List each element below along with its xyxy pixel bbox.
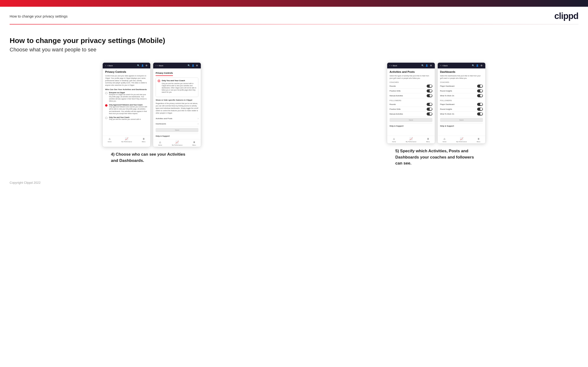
screen1-navbar: ⌂ Home 📈 My Performance ≡ Menu (103, 136, 150, 143)
screen4-topbar: ‹ < Back 🔍 👤 ⚙ (438, 63, 485, 68)
menu-dashboards[interactable]: Dashboards › (156, 121, 199, 126)
option-youcoach[interactable]: Only You and Your Coach Only you and the… (105, 117, 148, 120)
search-icon4[interactable]: 🔍 (472, 64, 475, 67)
nav-menu2[interactable]: ≡ Menu (192, 141, 196, 146)
screen4-coaches-label: COACHES (440, 81, 483, 83)
nav-menu4[interactable]: ≡ Menu (477, 137, 480, 142)
page-subtitle: Choose what you want people to see (10, 47, 578, 53)
help-label4[interactable]: Help & Support (440, 124, 483, 127)
toggle-rinsights-f-switch[interactable] (477, 108, 483, 111)
home-icon2: ⌂ (159, 141, 161, 144)
toggle-manual-f-switch[interactable] (427, 112, 432, 116)
toggle-manual-c-switch[interactable] (427, 94, 432, 97)
toggle-whatwork-c-switch[interactable] (477, 94, 483, 97)
performance-icon3: 📈 (409, 137, 413, 141)
popup-title: Only You and Your Coach (162, 80, 196, 82)
back-arrow-icon3[interactable]: ‹ (389, 64, 390, 67)
toggle-rinsights-c[interactable]: Round Insights (440, 89, 483, 93)
screen3-body: Select the types of activity that you'd … (389, 75, 432, 80)
search-icon3[interactable]: 🔍 (421, 64, 424, 67)
people-icon[interactable]: 👤 (141, 64, 144, 67)
nav-performance3[interactable]: 📈 My Performance (406, 137, 416, 142)
toggle-drills-f-label: Practice Drills (389, 108, 401, 110)
toggle-rinsights-f[interactable]: Round Insights (440, 107, 483, 112)
toggle-pdash-c[interactable]: Player Dashboard (440, 84, 483, 89)
toggle-whatwork-c[interactable]: What To Work On (440, 93, 483, 98)
option-followers[interactable]: Only Approved Followers and Your Coach O… (105, 104, 148, 114)
toggle-rounds-c-switch[interactable] (427, 84, 432, 88)
toggle-pdash-c-switch[interactable] (477, 84, 483, 88)
toggle-drills-c-switch[interactable] (427, 89, 432, 92)
toggle-whatwork-f-switch[interactable] (477, 112, 483, 116)
toggle-pdash-f-switch[interactable] (477, 103, 483, 106)
settings-icon2[interactable]: ⚙ (196, 64, 199, 67)
toggle-rinsights-c-switch[interactable] (477, 89, 483, 92)
menu-icon4: ≡ (478, 137, 479, 141)
help-label2[interactable]: Help & Support (156, 133, 199, 137)
nav-menu3[interactable]: ≡ Menu (426, 137, 430, 142)
toggle-drills-c[interactable]: Practice Drills (389, 89, 432, 93)
toggle-manual-f[interactable]: Manual Activities (389, 112, 432, 117)
screen-4: ‹ < Back 🔍 👤 ⚙ Dashboards Select the das… (437, 62, 485, 144)
toggle-drills-f-switch[interactable] (427, 108, 432, 111)
screen3-back-label[interactable]: < Back (391, 65, 397, 67)
search-icon2[interactable]: 🔍 (187, 64, 190, 67)
toggle-rounds-f[interactable]: Rounds (389, 102, 432, 107)
copyright: Copyright Clippd 2022 (10, 181, 41, 184)
screen1-back-label[interactable]: < Back (107, 65, 113, 67)
left-phones: ‹ < Back 🔍 👤 ⚙ Privacy Controls Control … (10, 62, 294, 147)
people-icon3[interactable]: 👤 (425, 64, 428, 67)
nav-performance[interactable]: 📈 My Performance (121, 137, 132, 142)
radio-followers[interactable] (105, 104, 107, 107)
toggle-pdash-f[interactable]: Player Dashboard (440, 102, 483, 107)
footer: Copyright Clippd 2022 (0, 176, 588, 189)
back-arrow-icon4[interactable]: ‹ (440, 64, 441, 67)
screen2-tab[interactable]: Privacy Controls (156, 72, 173, 74)
nav-home4[interactable]: ⌂ Home (442, 137, 446, 142)
nav-home-label: Home (108, 141, 112, 142)
back-arrow-icon[interactable]: ‹ (105, 64, 106, 67)
radio-everyone[interactable] (105, 92, 107, 94)
screen1-content: Privacy Controls Control how you and you… (103, 68, 150, 136)
search-icon[interactable]: 🔍 (137, 64, 140, 67)
popup-box: Only You and Your Coach Only you and the… (156, 78, 199, 97)
settings-icon[interactable]: ⚙ (145, 64, 148, 67)
people-icon4[interactable]: 👤 (476, 64, 479, 67)
nav-home3[interactable]: ⌂ Home (392, 137, 396, 142)
option-everyone-label: Everyone on Clippd (109, 92, 148, 93)
toggle-rounds-c[interactable]: Rounds (389, 84, 432, 89)
toggle-whatwork-f-label: What To Work On (440, 113, 454, 115)
save-btn4[interactable]: Save (440, 118, 483, 122)
nav-menu[interactable]: ≡ Menu (142, 137, 146, 142)
screen2-back-label[interactable]: < Back (157, 65, 163, 67)
toggle-rinsights-c-label: Round Insights (440, 90, 452, 92)
help-label3[interactable]: Help & Support (389, 124, 432, 127)
save-btn2[interactable]: Save (156, 128, 199, 132)
screen2-navbar: ⌂ Home 📈 My Performance ≡ Menu (153, 139, 201, 147)
right-phones: ‹ < Back 🔍 👤 ⚙ Activities and Posts Sele… (294, 62, 579, 144)
nav-menu-label: Menu (142, 141, 146, 142)
people-icon2[interactable]: 👤 (191, 64, 194, 67)
screen4-navbar: ⌂ Home 📈 My Performance ≡ Menu (438, 136, 485, 143)
nav-performance4-label: My Performance (456, 141, 467, 142)
toggle-rinsights-f-label: Round Insights (440, 108, 452, 110)
save-btn3[interactable]: Save (389, 118, 432, 122)
radio-youcoach[interactable] (105, 117, 107, 119)
nav-performance2[interactable]: 📈 My Performance (172, 141, 182, 146)
option-everyone[interactable]: Everyone on Clippd Everyone on Clippd ca… (105, 92, 148, 102)
settings-icon4[interactable]: ⚙ (480, 64, 483, 67)
back-arrow-icon2[interactable]: ‹ (156, 64, 156, 67)
nav-performance4[interactable]: 📈 My Performance (456, 137, 467, 142)
toggle-manual-c[interactable]: Manual Activities (389, 93, 432, 98)
menu-activities[interactable]: Activities and Posts › (156, 116, 199, 121)
toggle-drills-f[interactable]: Practice Drills (389, 107, 432, 112)
toggle-rounds-f-switch[interactable] (427, 103, 432, 106)
screen2-content: Privacy Controls Only You and Your Coach… (153, 68, 201, 139)
nav-home[interactable]: ⌂ Home (108, 137, 112, 142)
screen4-back-label[interactable]: < Back (442, 65, 448, 67)
toggle-manual-f-label: Manual Activities (389, 113, 403, 115)
nav-home2[interactable]: ⌂ Home (158, 141, 162, 146)
show-hide-text: Regardless of the privacy controls that … (156, 102, 199, 114)
toggle-whatwork-f[interactable]: What To Work On (440, 112, 483, 117)
settings-icon3[interactable]: ⚙ (430, 64, 432, 67)
